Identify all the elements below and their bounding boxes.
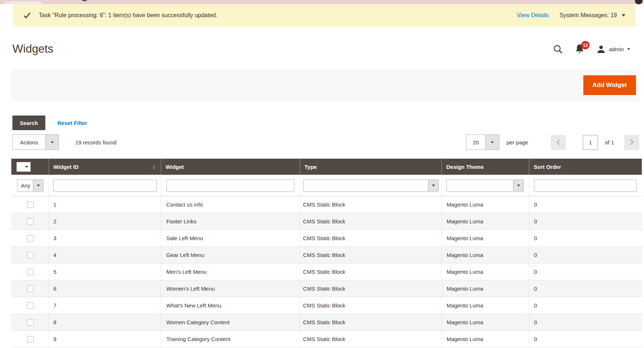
column-header-label: Type xyxy=(304,164,317,170)
filter-type-caret[interactable] xyxy=(428,180,438,191)
notifications-count-badge: 12 xyxy=(581,41,590,49)
per-page-caret[interactable] xyxy=(485,135,499,150)
cell-widget-id: 8 xyxy=(49,314,161,330)
caret-down-icon xyxy=(51,141,54,143)
search-button[interactable]: Search xyxy=(12,116,45,130)
cell-widget: Women Category Content xyxy=(161,314,300,330)
caret-down-icon xyxy=(25,166,28,168)
cell-design-theme: Magento Luma xyxy=(442,331,529,347)
previous-page-button[interactable] xyxy=(551,135,566,150)
page-count-label: of 1 xyxy=(605,139,614,145)
browser-chrome-mark xyxy=(82,0,87,1)
column-header-label: Widget xyxy=(166,164,184,170)
add-widget-button[interactable]: Add Widget xyxy=(583,75,636,95)
cell-design-theme: Magento Luma xyxy=(442,213,529,230)
cell-type: CMS Static Block xyxy=(300,297,442,314)
cell-type: CMS Static Block xyxy=(300,264,442,280)
cell-design-theme: Magento Luma xyxy=(442,264,529,280)
cell-type: CMS Static Block xyxy=(300,314,442,330)
page-number-input[interactable] xyxy=(583,135,598,150)
cell-type: CMS Static Block xyxy=(300,247,442,263)
cell-sort-order: 0 xyxy=(529,247,642,263)
notifications-button[interactable]: 12 xyxy=(575,44,584,54)
column-header-type[interactable]: Type xyxy=(300,159,442,175)
cell-type: CMS Static Block xyxy=(300,280,442,297)
global-search-button[interactable] xyxy=(553,44,563,54)
table-row[interactable]: 4 Gear Left Menu CMS Static Block Magent… xyxy=(11,247,642,264)
table-row[interactable]: 1 Contact us info CMS Static Block Magen… xyxy=(11,196,642,213)
column-header-sort-order[interactable]: Sort Order xyxy=(529,159,642,175)
browser-chrome-strip xyxy=(0,0,644,4)
table-row[interactable]: 3 Sale Left Menu CMS Static Block Magent… xyxy=(11,230,642,247)
caret-down-icon xyxy=(517,185,520,186)
chevron-right-icon xyxy=(629,139,634,145)
select-all-dropdown[interactable] xyxy=(16,162,31,172)
per-page-select[interactable]: 20 xyxy=(466,135,499,150)
table-row[interactable]: 8 Women Category Content CMS Static Bloc… xyxy=(11,314,642,331)
page-actions-band: Add Widget xyxy=(11,69,639,102)
cell-sort-order: 0 xyxy=(529,331,642,347)
cell-widget: Women's Left Menu xyxy=(161,280,300,297)
table-row[interactable]: 6 Women's Left Menu CMS Static Block Mag… xyxy=(11,280,642,297)
caret-down-icon[interactable] xyxy=(622,14,625,16)
page-title: Widgets xyxy=(12,42,53,56)
cell-design-theme: Magento Luma xyxy=(442,314,529,330)
per-page-value: 20 xyxy=(466,135,485,150)
table-row[interactable]: 9 Training Category Content CMS Static B… xyxy=(11,331,642,348)
cell-design-theme: Magento Luma xyxy=(442,196,529,213)
caret-down-icon xyxy=(37,185,40,186)
caret-down-icon xyxy=(432,185,435,186)
mass-select-caret[interactable] xyxy=(33,180,43,191)
row-checkbox[interactable] xyxy=(27,201,34,208)
filter-design-theme-select[interactable] xyxy=(446,179,524,192)
table-row[interactable]: 2 Footer Links CMS Static Block Magento … xyxy=(11,213,642,230)
cell-widget: What's New Left Menu xyxy=(161,297,300,314)
cell-design-theme: Magento Luma xyxy=(442,280,529,297)
widgets-grid: Widget ID ↓ Widget Type Design Theme Sor… xyxy=(11,159,642,348)
filter-type-value xyxy=(303,180,428,191)
browser-avatar-dot xyxy=(635,0,643,4)
notice-text: Task "Rule processing: 6": 1 item(s) hav… xyxy=(39,12,217,19)
filter-widget-input[interactable] xyxy=(166,179,294,192)
mass-select-filter[interactable]: Any xyxy=(17,179,43,192)
system-message-bar: Task "Rule processing: 6": 1 item(s) hav… xyxy=(13,4,636,27)
actions-dropdown-caret[interactable] xyxy=(45,135,58,150)
next-page-button[interactable] xyxy=(624,135,639,150)
filter-sort-order-input[interactable] xyxy=(534,179,637,192)
row-checkbox[interactable] xyxy=(27,336,34,343)
cell-widget: Sale Left Menu xyxy=(161,230,300,246)
actions-dropdown[interactable]: Actions xyxy=(12,135,59,150)
cell-design-theme: Magento Luma xyxy=(442,247,529,263)
row-checkbox[interactable] xyxy=(27,235,34,242)
row-checkbox[interactable] xyxy=(27,302,34,309)
row-checkbox[interactable] xyxy=(27,319,34,326)
row-checkbox[interactable] xyxy=(27,269,34,275)
filter-design-theme-caret[interactable] xyxy=(513,180,523,191)
page-header: Widgets 12 admin xyxy=(0,27,644,69)
filter-type-select[interactable] xyxy=(303,179,439,192)
view-details-link[interactable]: View Details xyxy=(517,12,549,19)
chevron-left-icon xyxy=(556,139,561,145)
column-header-label: Design Theme xyxy=(446,164,484,170)
filter-widget-id-input[interactable] xyxy=(53,179,157,192)
column-header-widget[interactable]: Widget xyxy=(161,159,300,175)
cell-design-theme: Magento Luma xyxy=(442,297,529,314)
row-checkbox[interactable] xyxy=(27,218,34,225)
filter-actions-row: Search Reset Filter xyxy=(12,116,644,130)
system-messages-label[interactable]: System Messages: 19 xyxy=(560,12,617,19)
cell-widget-id: 4 xyxy=(49,247,161,263)
table-row[interactable]: 5 Men's Left Menu CMS Static Block Magen… xyxy=(11,264,642,280)
cell-sort-order: 0 xyxy=(529,314,642,330)
cell-widget-id: 6 xyxy=(49,280,161,297)
reset-filter-link[interactable]: Reset Filter xyxy=(57,120,87,126)
column-header-design-theme[interactable]: Design Theme xyxy=(442,159,529,175)
column-header-widget-id[interactable]: Widget ID ↓ xyxy=(49,159,161,175)
cell-sort-order: 0 xyxy=(529,264,642,280)
cell-widget: Men's Left Menu xyxy=(161,264,300,280)
admin-user-menu[interactable]: admin xyxy=(596,45,630,54)
table-row[interactable]: 7 What's New Left Menu CMS Static Block … xyxy=(11,297,642,314)
row-checkbox[interactable] xyxy=(27,285,34,292)
cell-sort-order: 0 xyxy=(529,196,642,213)
row-checkbox[interactable] xyxy=(27,252,34,258)
cell-design-theme: Magento Luma xyxy=(442,230,529,246)
